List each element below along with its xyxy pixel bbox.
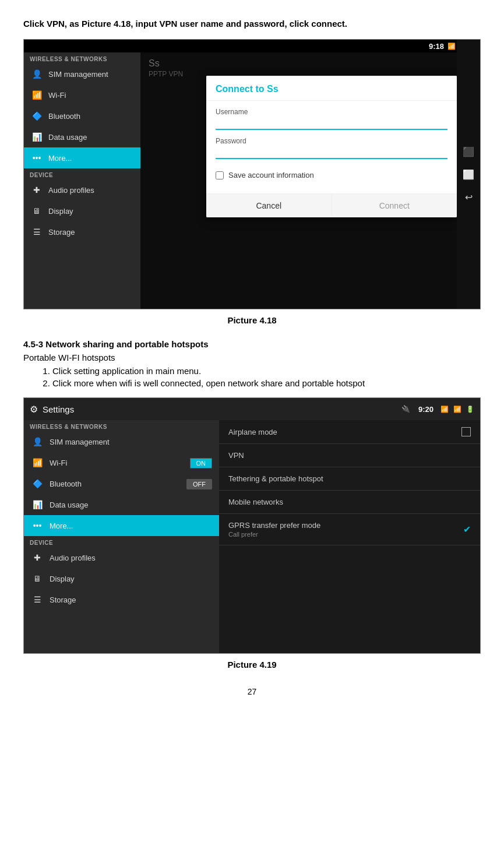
data2-icon: 📊 [31, 500, 44, 509]
sim2-icon: 👤 [31, 437, 44, 446]
mobile-networks-label: Mobile networks [228, 498, 471, 506]
sidebar-item-storage[interactable]: ☰ Storage [24, 221, 140, 242]
screenshot-419: ⚙ Settings 🔌 9:20 📶 📶 🔋 WIRELESS & NETWO… [23, 397, 481, 654]
save-account-checkbox[interactable] [216, 171, 224, 179]
settings-gear-icon: ⚙ [30, 404, 38, 415]
mobile-networks-row[interactable]: Mobile networks [219, 491, 480, 514]
sidebar-item-display-label: Display [48, 207, 73, 216]
wireless-section-label-419: WIRELESS & NETWORKS [24, 420, 219, 431]
gprs-label: GPRS transfer prefer mode Call prefer [228, 521, 463, 538]
tethering-label: Tethering & portable hotspot [228, 474, 471, 483]
dialog-body: Username Password Save account informati… [206, 101, 457, 193]
header-signal2: 📶 [453, 406, 461, 413]
wifi-toggle[interactable]: ON [190, 458, 213, 468]
sidebar2-wifi-label: Wi-Fi [50, 459, 67, 467]
device-section-label: DEVICE [24, 168, 140, 179]
sidebar-item-wifi-label: Wi-Fi [48, 91, 66, 100]
settings-body-418: WIRELESS & NETWORKS 👤 SIM management 📶 W… [24, 52, 480, 309]
sidebar-item-audio[interactable]: ✚ Audio profiles [24, 179, 140, 200]
bluetooth2-icon: 🔷 [31, 479, 44, 488]
menu-nav-btn[interactable]: ⬛ [460, 146, 477, 157]
password-label: Password [216, 137, 447, 145]
audio-icon: ✚ [31, 185, 43, 195]
home-nav-btn[interactable]: ⬜ [460, 169, 477, 180]
gprs-row[interactable]: GPRS transfer prefer mode Call prefer ✔ [219, 514, 480, 545]
header-signal1: 📶 [440, 406, 449, 413]
page-number: 27 [23, 687, 481, 696]
display-icon: 🖥 [31, 206, 43, 216]
bluetooth-icon: 🔷 [31, 111, 43, 121]
airplane-label: Airplane mode [228, 428, 461, 436]
connect-dialog: Connect to Ss Username Password Save acc… [206, 76, 457, 217]
status-time-418: 9:18 [429, 42, 444, 51]
sidebar2-audio[interactable]: ✚ Audio profiles [24, 547, 219, 568]
sidebar2-wifi[interactable]: 📶 Wi-Fi ON [24, 452, 219, 473]
sidebar2-display[interactable]: 🖥 Display [24, 568, 219, 589]
save-account-row: Save account information [216, 171, 447, 179]
dialog-title: Connect to Ss [206, 76, 457, 101]
sidebar-item-bluetooth[interactable]: 🔷 Bluetooth [24, 105, 140, 126]
storage2-icon: ☰ [31, 595, 44, 604]
intro-text: Click VPN, as Picture 4.18, input VPN us… [23, 17, 481, 30]
sidebar-item-sim-label: SIM management [48, 70, 108, 79]
storage-icon: ☰ [31, 227, 43, 237]
sidebar2-display-label: Display [50, 575, 75, 583]
password-input[interactable] [216, 146, 447, 159]
step-1: Click setting application in main menu. [52, 366, 481, 376]
wifi2-icon: 📶 [31, 458, 44, 467]
sidebar2-more-label: More... [50, 522, 73, 530]
right-panel-419: Airplane mode VPN Tethering & portable h… [219, 420, 480, 653]
tethering-row[interactable]: Tethering & portable hotspot [219, 467, 480, 491]
device-section-label-419: DEVICE [24, 536, 219, 547]
back-nav-btn[interactable]: ↩ [460, 192, 477, 203]
section-heading: 4.5-3 Network sharing and portable hotsp… [23, 339, 481, 349]
sim-icon: 👤 [31, 69, 43, 79]
section-desc: Portable WI-FI hotspots [23, 353, 481, 362]
bluetooth-toggle[interactable]: OFF [186, 479, 212, 489]
status-bar-418: 9:18 📶 📶 🔋 [24, 40, 480, 52]
wifi-icon: 📶 [31, 90, 43, 100]
sidebar2-bluetooth-label: Bluetooth [50, 480, 82, 488]
sidebar2-sim-label: SIM management [50, 438, 110, 446]
sidebar-419: WIRELESS & NETWORKS 👤 SIM management 📶 W… [24, 420, 219, 653]
header-status-time: 9:20 [418, 405, 433, 414]
screenshot-418: 9:18 📶 📶 🔋 WIRELESS & NETWORKS 👤 SIM man… [23, 39, 481, 309]
main-content-418: Ss PPTP VPN Connect to Ss Username Passw… [140, 52, 480, 309]
step-2: Click more when wifi is well connected, … [52, 378, 481, 388]
header-battery: 🔋 [466, 406, 474, 413]
audio2-icon: ✚ [31, 553, 44, 562]
steps-list: Click setting application in main menu. … [52, 366, 481, 388]
dialog-actions: Cancel Connect [206, 193, 457, 217]
sidebar2-audio-label: Audio profiles [50, 554, 96, 562]
sidebar2-more[interactable]: ••• More... [24, 515, 219, 536]
caption-418: Picture 4.18 [23, 315, 481, 325]
wireless-section-label: WIRELESS & NETWORKS [24, 52, 140, 64]
data-icon: 📊 [31, 132, 43, 142]
sidebar-item-bluetooth-label: Bluetooth [48, 112, 80, 121]
sidebar-item-wifi[interactable]: 📶 Wi-Fi [24, 84, 140, 105]
sidebar-item-sim[interactable]: 👤 SIM management [24, 64, 140, 84]
airplane-checkbox[interactable] [461, 427, 471, 436]
sidebar2-storage[interactable]: ☰ Storage [24, 589, 219, 610]
sidebar-item-display[interactable]: 🖥 Display [24, 200, 140, 221]
vpn-row[interactable]: VPN [219, 444, 480, 467]
sidebar2-bluetooth[interactable]: 🔷 Bluetooth OFF [24, 473, 219, 494]
cancel-button[interactable]: Cancel [206, 194, 332, 217]
connect-button[interactable]: Connect [332, 194, 457, 217]
sidebar-item-data[interactable]: 📊 Data usage [24, 126, 140, 147]
airplane-mode-row[interactable]: Airplane mode [219, 420, 480, 444]
sidebar-item-more[interactable]: ••• More... [24, 147, 140, 168]
more-icon: ••• [31, 153, 43, 163]
username-label: Username [216, 108, 447, 116]
username-input[interactable] [216, 117, 447, 130]
sidebar-item-storage-label: Storage [48, 228, 75, 237]
vpn-row-label: VPN [228, 451, 471, 460]
gprs-check-icon: ✔ [463, 524, 471, 535]
settings-body-419: WIRELESS & NETWORKS 👤 SIM management 📶 W… [24, 420, 480, 653]
sidebar2-data[interactable]: 📊 Data usage [24, 494, 219, 515]
sidebar2-sim[interactable]: 👤 SIM management [24, 431, 219, 452]
save-account-label: Save account information [228, 171, 314, 179]
dialog-overlay: Connect to Ss Username Password Save acc… [140, 52, 480, 309]
sidebar2-storage-label: Storage [50, 596, 76, 604]
header-status-plug: 🔌 [401, 405, 410, 413]
